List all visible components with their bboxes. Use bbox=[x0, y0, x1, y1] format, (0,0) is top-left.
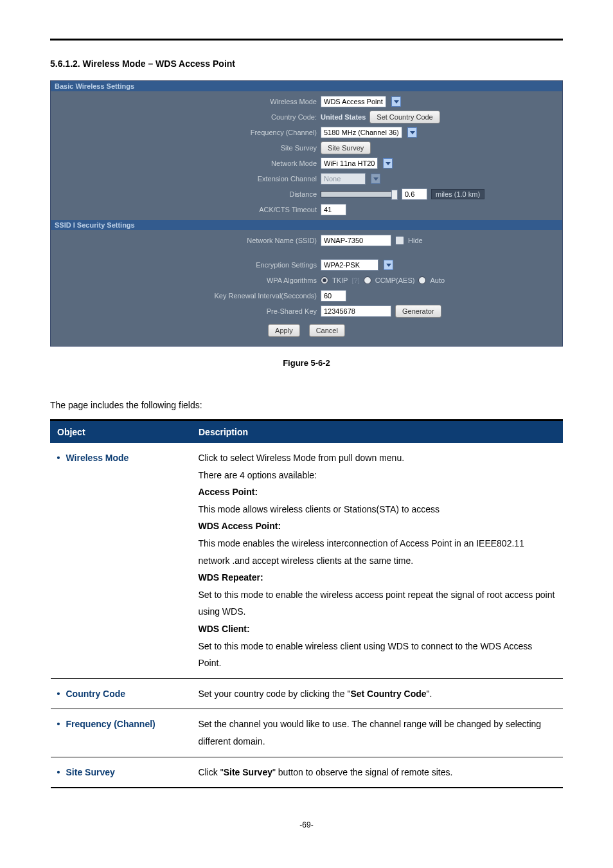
object-cell: •Site Survey bbox=[51, 757, 192, 788]
object-cell: •Wireless Mode bbox=[51, 443, 192, 679]
wpa-tkip-label: TKIP bbox=[332, 276, 348, 284]
label-extension-channel: Extension Channel bbox=[51, 175, 321, 183]
wpa-auto-label: Auto bbox=[430, 276, 445, 284]
chevron-down-icon bbox=[371, 174, 380, 184]
label-distance: Distance bbox=[51, 190, 321, 198]
label-encryption: Encryption Settings bbox=[51, 261, 321, 269]
network-mode-select[interactable]: WiFi 11na HT20 bbox=[321, 158, 378, 169]
label-ack-timeout: ACK/CTS Timeout bbox=[51, 206, 321, 213]
distance-input[interactable]: 0.6 bbox=[402, 188, 427, 200]
description-cell: Set your country code by clicking the "S… bbox=[192, 678, 563, 709]
hide-ssid-checkbox[interactable] bbox=[395, 236, 404, 245]
cancel-button[interactable]: Cancel bbox=[309, 324, 345, 337]
psk-input[interactable]: 12345678 bbox=[321, 305, 391, 317]
panel-ssid-title: SSID I Security Settings bbox=[51, 220, 562, 230]
wireless-mode-select[interactable]: WDS Access Point bbox=[321, 96, 386, 107]
object-cell: •Frequency (Channel) bbox=[51, 709, 192, 757]
ack-timeout-input[interactable]: 41 bbox=[321, 204, 346, 215]
figure-caption: Figure 5-6-2 bbox=[50, 358, 563, 368]
help-icon[interactable]: [?] bbox=[351, 276, 359, 284]
ssid-input[interactable]: WNAP-7350 bbox=[321, 235, 391, 246]
fields-table: Object Description •Wireless ModeClick t… bbox=[50, 421, 563, 788]
distance-unit: miles (1.0 km) bbox=[431, 189, 484, 199]
wpa-ccmp-radio[interactable] bbox=[364, 276, 371, 284]
chevron-down-icon[interactable] bbox=[384, 260, 393, 270]
wpa-auto-radio[interactable] bbox=[418, 276, 426, 284]
site-survey-button[interactable]: Site Survey bbox=[321, 141, 371, 154]
description-cell: Set the channel you would like to use. T… bbox=[192, 709, 563, 757]
intro-text: The page includes the following fields: bbox=[50, 400, 563, 410]
col-object: Object bbox=[51, 422, 192, 443]
label-site-survey: Site Survey bbox=[51, 144, 321, 152]
encryption-select[interactable]: WPA2-PSK bbox=[321, 259, 378, 271]
chevron-down-icon[interactable] bbox=[407, 127, 417, 138]
label-frequency: Frequency (Channel) bbox=[51, 129, 321, 136]
label-network-mode: Network Mode bbox=[51, 159, 321, 167]
frequency-select[interactable]: 5180 MHz (Channel 36) bbox=[321, 127, 402, 138]
set-country-code-button[interactable]: Set Country Code bbox=[369, 111, 440, 123]
wpa-tkip-radio[interactable] bbox=[321, 276, 328, 284]
generator-button[interactable]: Generator bbox=[395, 305, 441, 318]
distance-slider[interactable] bbox=[321, 191, 398, 197]
label-ssid: Network Name (SSID) bbox=[51, 237, 321, 244]
col-description: Description bbox=[192, 422, 563, 443]
section-title: Wireless Mode – WDS Access Point bbox=[83, 59, 235, 69]
label-country-code: Country Code: bbox=[51, 113, 321, 121]
apply-button[interactable]: Apply bbox=[268, 324, 300, 337]
wpa-ccmp-label: CCMP(AES) bbox=[375, 276, 415, 284]
chevron-down-icon[interactable] bbox=[383, 158, 393, 168]
label-key-renewal: Key Renewal Interval(Secconds) bbox=[51, 292, 321, 300]
extension-channel-select: None bbox=[321, 173, 366, 185]
page-number: -69- bbox=[50, 820, 563, 829]
hide-ssid-label: Hide bbox=[408, 237, 423, 244]
settings-screenshot: Basic Wireless Settings Wireless Mode WD… bbox=[50, 80, 563, 347]
section-number: 5.6.1.2. bbox=[50, 59, 80, 69]
label-psk: Pre-Shared Key bbox=[51, 307, 321, 315]
label-wireless-mode: Wireless Mode bbox=[51, 98, 321, 105]
description-cell: Click "Site Survey" button to observe th… bbox=[192, 757, 563, 788]
object-cell: •Country Code bbox=[51, 678, 192, 709]
panel-basic-title: Basic Wireless Settings bbox=[51, 81, 562, 91]
chevron-down-icon[interactable] bbox=[391, 96, 401, 107]
key-renewal-input[interactable]: 60 bbox=[321, 290, 346, 302]
description-cell: Click to select Wireless Mode from pull … bbox=[192, 443, 563, 679]
country-code-value: United States bbox=[321, 113, 366, 121]
label-wpa-algorithms: WPA Algorithms bbox=[51, 276, 321, 284]
